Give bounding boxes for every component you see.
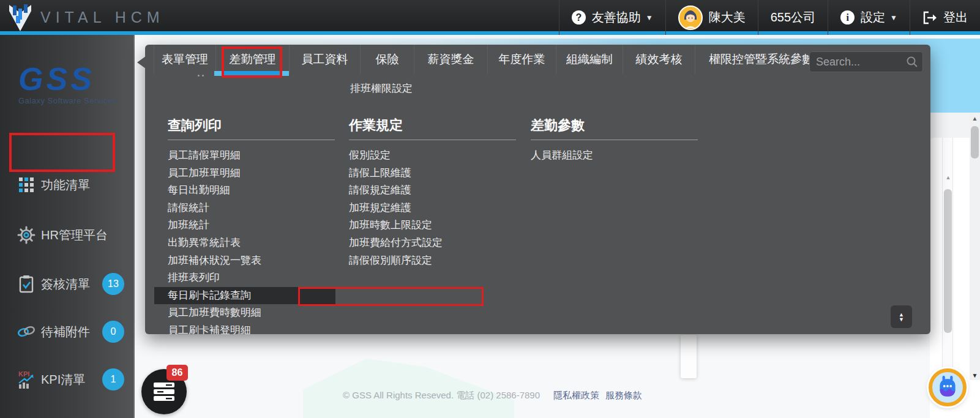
sidebar-item-function-list[interactable]: 功能清單 bbox=[0, 171, 135, 198]
menu-item[interactable]: 假別設定 bbox=[349, 147, 516, 165]
copyright-text: © GSS All Rights Reseved. 電話 (02) 2586-7… bbox=[343, 390, 540, 401]
svg-text:KPI: KPI bbox=[18, 370, 29, 378]
panel-scrollbar[interactable]: ▲ bbox=[942, 138, 953, 379]
sidebar-item-pending-attachments[interactable]: 待補附件 0 bbox=[0, 318, 135, 345]
sidebar-item-kpi-list[interactable]: KPI KPI清單 1 bbox=[0, 366, 135, 393]
panel-scrollbar-thumb[interactable] bbox=[944, 189, 952, 333]
menu-scroll-toggle-button[interactable]: ▲ ▼ bbox=[891, 305, 912, 328]
menu-item[interactable]: 每日出勤明細 bbox=[168, 182, 335, 200]
menu-item[interactable]: 請假上限維護 bbox=[349, 165, 516, 182]
privacy-policy-link[interactable]: 隱私權政策 bbox=[553, 390, 599, 401]
menu-item[interactable]: 員工請假單明細 bbox=[168, 147, 335, 165]
menu-item[interactable]: 加班補休狀況一覽表 bbox=[168, 252, 335, 270]
gss-logo-subtitle: Galaxy Software Services bbox=[18, 96, 122, 105]
badge-count: 1 bbox=[102, 368, 124, 390]
watermark-shape bbox=[303, 359, 514, 418]
scroll-ellipsis bbox=[198, 75, 200, 77]
background-scrollbar-strip bbox=[681, 335, 697, 378]
menu-item-shift-permission[interactable]: 排班權限設定 bbox=[350, 81, 413, 95]
settings-menu[interactable]: i 設定 ▼ bbox=[828, 0, 910, 35]
mega-menu: 表單管理 差勤管理 員工資料 保險 薪資獎金 年度作業 組織編制 績效考核 權限… bbox=[145, 45, 930, 334]
menu-item[interactable]: 加班費給付方式設定 bbox=[349, 234, 516, 252]
robot-icon bbox=[936, 375, 959, 400]
menu-item[interactable]: 員工加班單明細 bbox=[168, 165, 335, 182]
page-scrollbar[interactable]: ▲ ▼ bbox=[970, 113, 980, 380]
screen: ▲ ▲ ▼ © GSS All Rights Reseved. 電話 (02) … bbox=[0, 0, 980, 418]
search-icon bbox=[906, 56, 918, 68]
vital-hcm-logo-icon bbox=[7, 4, 33, 32]
logout-button[interactable]: 登出 bbox=[910, 0, 980, 35]
menu-item[interactable]: 請假統計 bbox=[168, 200, 335, 217]
tab-form-management[interactable]: 表單管理 bbox=[154, 45, 216, 74]
menu-item[interactable]: 加班時數上限設定 bbox=[349, 217, 516, 234]
sidebar-item-label: 功能清單 bbox=[41, 177, 90, 193]
triangle-down-icon: ▼ bbox=[899, 317, 904, 322]
menu-column-attendance-params: 差勤參數 人員群組設定 bbox=[531, 117, 698, 165]
menu-item-daily-punch-query[interactable]: 每日刷卡記錄查詢 bbox=[154, 287, 335, 305]
info-icon: i bbox=[840, 10, 855, 24]
scroll-up-icon[interactable]: ▲ bbox=[970, 115, 980, 122]
tab-permission-system-params[interactable]: 權限控管暨系統參數→ bbox=[695, 45, 809, 74]
user-menu[interactable]: 陳大美 bbox=[665, 0, 758, 35]
clipboard-check-icon bbox=[17, 274, 36, 294]
badge-count: 13 bbox=[102, 273, 124, 295]
help-menu[interactable]: ? 友善協助 ▼ bbox=[559, 0, 665, 35]
page-scrollbar-thumb[interactable] bbox=[971, 126, 979, 159]
menu-item[interactable]: 員工刷卡補登明細 bbox=[168, 322, 335, 334]
tab-performance-review[interactable]: 績效考核 bbox=[623, 45, 695, 74]
sidebar-item-label: KPI清單 bbox=[41, 371, 85, 388]
task-queue-badge: 86 bbox=[166, 365, 188, 381]
menu-item[interactable]: 排班表列印 bbox=[168, 269, 335, 287]
kpi-chart-icon: KPI bbox=[17, 370, 36, 389]
help-icon: ? bbox=[572, 10, 586, 24]
column-title: 查詢列印 bbox=[168, 117, 335, 134]
menu-item[interactable]: 加班規定維護 bbox=[349, 200, 516, 217]
sidebar: GSS Galaxy Software Services 功能清單 bbox=[0, 35, 135, 418]
tab-payroll-bonus[interactable]: 薪資獎金 bbox=[414, 45, 488, 74]
gear-icon bbox=[17, 225, 36, 245]
menu-item[interactable]: 加班統計 bbox=[168, 217, 335, 234]
sidebar-item-label: 簽核清單 bbox=[41, 276, 90, 293]
logout-label: 登出 bbox=[943, 9, 968, 26]
app-title: VITAL HCM bbox=[40, 9, 165, 26]
server-stack-icon bbox=[152, 382, 176, 401]
column-rule bbox=[531, 140, 698, 140]
tab-employee-data[interactable]: 員工資料 bbox=[290, 45, 361, 74]
scroll-down-icon[interactable]: ▼ bbox=[970, 372, 980, 379]
menu-item[interactable]: 請假假別順序設定 bbox=[349, 252, 516, 270]
tab-org-structure[interactable]: 組織編制 bbox=[556, 45, 623, 74]
tab-insurance[interactable]: 保險 bbox=[361, 45, 414, 74]
user-name: 陳大美 bbox=[709, 9, 746, 26]
sidebar-item-label: 待補附件 bbox=[41, 324, 90, 340]
menu-column-query-print: 查詢列印 員工請假單明細 員工加班單明細 每日出勤明細 請假統計 加班統計 出勤… bbox=[168, 117, 335, 334]
menu-pointer-arrow bbox=[137, 56, 146, 69]
tab-annual-operations[interactable]: 年度作業 bbox=[488, 45, 556, 74]
terms-link[interactable]: 服務條款 bbox=[605, 390, 642, 401]
menu-item[interactable]: 請假規定維護 bbox=[349, 182, 516, 200]
help-label: 友善協助 bbox=[592, 9, 641, 26]
logout-icon bbox=[922, 11, 937, 24]
chevron-down-icon: ▼ bbox=[890, 13, 897, 22]
chatbot-button[interactable] bbox=[929, 368, 967, 406]
company-button[interactable]: 655公司 bbox=[758, 0, 828, 35]
company-label: 655公司 bbox=[771, 9, 815, 26]
sidebar-item-label: HR管理平台 bbox=[41, 227, 108, 244]
menu-item[interactable]: 員工加班費時數明細 bbox=[168, 304, 335, 322]
app-brand[interactable]: VITAL HCM bbox=[7, 2, 165, 32]
sidebar-item-async-jobs[interactable]: 非同步作業清單 bbox=[0, 414, 135, 418]
menu-column-work-rules: 作業規定 假別設定 請假上限維護 請假規定維護 加班規定維護 加班時數上限設定 … bbox=[349, 117, 516, 269]
menu-item[interactable]: 出勤異常統計表 bbox=[168, 234, 335, 252]
sidebar-item-approval-list[interactable]: 簽核清單 13 bbox=[0, 271, 135, 297]
active-tab-underline bbox=[214, 71, 289, 76]
column-title: 差勤參數 bbox=[531, 117, 698, 134]
grid-icon bbox=[17, 175, 36, 195]
column-rule bbox=[349, 140, 516, 140]
column-rule bbox=[168, 140, 335, 140]
tab-attendance-management[interactable]: 差勤管理 bbox=[216, 45, 290, 74]
sidebar-item-hr-platform[interactable]: HR管理平台 bbox=[0, 222, 135, 248]
gss-logo-word: GSS bbox=[18, 63, 122, 95]
menu-item[interactable]: 人員群組設定 bbox=[531, 147, 698, 165]
scroll-up-icon[interactable]: ▲ bbox=[943, 174, 954, 181]
column-title: 作業規定 bbox=[349, 117, 516, 134]
menu-tab-bar: 表單管理 差勤管理 員工資料 保險 薪資獎金 年度作業 組織編制 績效考核 權限… bbox=[154, 45, 809, 74]
